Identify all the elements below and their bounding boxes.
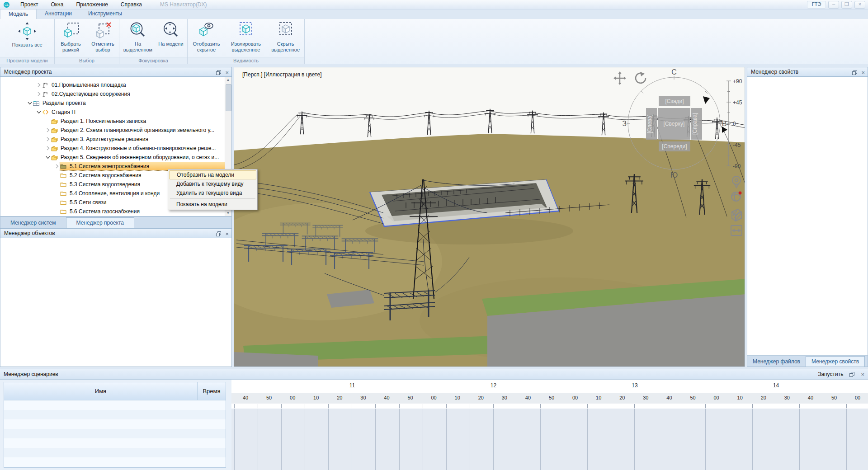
- float-panel-icon[interactable]: [852, 70, 857, 75]
- timeline-minute-label: 40: [808, 395, 813, 400]
- tab-properties-manager[interactable]: Менеджер свойств: [806, 356, 865, 367]
- context-menu-item[interactable]: Отобразить на модели: [169, 170, 256, 179]
- tab-project-manager[interactable]: Менеджер проекта: [66, 217, 135, 228]
- compass-north[interactable]: С: [671, 68, 677, 76]
- orbit-globe-icon[interactable]: [731, 192, 741, 201]
- float-panel-icon[interactable]: [849, 372, 854, 377]
- float-panel-icon[interactable]: [216, 70, 221, 75]
- close-panel-icon[interactable]: ×: [861, 70, 865, 75]
- gte-button[interactable]: ГТЭ: [807, 1, 826, 9]
- timeline-gridline: [682, 409, 682, 470]
- menu-project[interactable]: Проект: [14, 0, 45, 9]
- hide-selected-button[interactable]: Скрыть выделенное: [267, 21, 304, 53]
- run-scenario-button[interactable]: Запустить: [818, 369, 843, 379]
- tree-item[interactable]: Раздел 4. Конструктивные и объемно-плани…: [0, 144, 231, 153]
- timeline-gridline: [540, 409, 541, 470]
- column-header-name[interactable]: Имя: [4, 382, 198, 400]
- expander-closed-icon[interactable]: [36, 91, 42, 97]
- properties-panel-body: [747, 77, 868, 355]
- view-compass[interactable]: С Ю З В [Сзади] [Сверху] [Слева] [Справа…: [620, 68, 728, 181]
- cancel-selection-button[interactable]: Отменить выбор: [87, 21, 119, 53]
- tilt-slider-icon[interactable]: [722, 127, 727, 133]
- look-around-icon[interactable]: [732, 176, 741, 188]
- tilt-minus45: -45: [733, 142, 741, 148]
- timeline-gridline: [776, 409, 776, 470]
- tree-item[interactable]: Раздел 2. Схема планировочной организаци…: [0, 126, 231, 135]
- close-panel-icon[interactable]: ×: [225, 70, 229, 75]
- tilt-scale[interactable]: +90 +45 0 -45 -90: [722, 74, 745, 182]
- show-all-button[interactable]: Показать все: [1, 21, 53, 48]
- compass-marker-icon[interactable]: [703, 96, 710, 104]
- expander-open-icon[interactable]: [45, 155, 51, 160]
- tree-item-label: 5.4 Отопление, вентиляция и конди: [70, 190, 160, 197]
- expander-closed-icon[interactable]: [45, 146, 51, 151]
- tab-systems-manager[interactable]: Менеджер систем: [0, 218, 66, 228]
- expander-open-icon[interactable]: [36, 109, 42, 115]
- walk-pan-icon[interactable]: [731, 226, 742, 235]
- context-menu-item[interactable]: Добавить к текущему виду: [169, 179, 256, 188]
- restore-button[interactable]: ❐: [841, 1, 852, 9]
- timeline-gridline: [752, 409, 753, 470]
- expander-closed-icon[interactable]: [45, 136, 51, 142]
- timeline-tick: [540, 404, 541, 408]
- float-panel-icon[interactable]: [216, 231, 221, 236]
- scenario-table[interactable]: Имя Время: [4, 382, 226, 468]
- menu-help[interactable]: Справка: [114, 0, 148, 9]
- close-button[interactable]: ×: [854, 1, 865, 9]
- timeline[interactable]: 11121314 4050001020304050001020304050001…: [231, 380, 868, 470]
- timeline-minute-label: 10: [455, 395, 460, 400]
- tab-tools[interactable]: Инструменты: [80, 9, 130, 19]
- expander-open-icon[interactable]: [27, 100, 33, 106]
- timeline-gridline: [446, 409, 447, 470]
- column-header-time[interactable]: Время: [198, 382, 226, 400]
- tree-item[interactable]: Раздел 1. Пояснительная записка: [0, 117, 231, 126]
- menu-windows[interactable]: Окна: [45, 0, 70, 9]
- timeline-minute-label: 50: [266, 395, 272, 400]
- isolate-selected-button[interactable]: Изолировать выделенное: [225, 21, 267, 53]
- timeline-minute-label: 00: [431, 395, 437, 400]
- scroll-down-icon[interactable]: ▼: [225, 210, 231, 216]
- expander-closed-icon[interactable]: [54, 164, 60, 169]
- scroll-thumb[interactable]: [226, 84, 231, 111]
- close-panel-icon[interactable]: ×: [225, 231, 229, 236]
- tree-item[interactable]: Раздел 3. Архитектурные решения: [0, 135, 231, 144]
- tree-item[interactable]: 02.Существующие сооружения: [0, 89, 231, 99]
- projection-cube-icon[interactable]: [732, 209, 741, 221]
- timeline-gridline: [399, 409, 400, 470]
- compass-south[interactable]: Ю: [670, 171, 678, 179]
- tab-annotations[interactable]: Аннотации: [37, 9, 80, 19]
- tree-item[interactable]: Стадия П: [0, 108, 231, 117]
- zoom-selected-icon: [128, 21, 147, 40]
- objects-panel-title: Менеджер объектов: [4, 230, 55, 236]
- scroll-up-icon[interactable]: ▲: [225, 77, 231, 83]
- hide-selected-icon: [276, 21, 295, 40]
- focus-selected-button[interactable]: На выделенном: [120, 21, 156, 53]
- focus-model-button[interactable]: На модели: [156, 21, 186, 47]
- compass-west[interactable]: З: [622, 120, 627, 127]
- show-hidden-button[interactable]: Отобразить скрытое: [188, 21, 225, 53]
- tab-model[interactable]: Модель: [0, 9, 37, 19]
- tree-item[interactable]: 01.Промышленная площадка: [0, 80, 231, 89]
- group-label-focus: Фокусировка: [119, 57, 187, 64]
- menu-application[interactable]: Приложение: [70, 0, 114, 9]
- viewport-3d[interactable]: [Персп.] [Иллюстрация в цвете]: [234, 67, 745, 367]
- context-menu-item[interactable]: Показать на модели: [169, 200, 256, 209]
- timeline-gridline: [234, 409, 235, 470]
- select-frame-icon: [61, 21, 80, 40]
- tab-files-manager[interactable]: Менеджер файлов: [747, 357, 806, 367]
- minimize-button[interactable]: –: [828, 1, 839, 9]
- properties-panel-header: Менеджер свойств ×: [747, 67, 868, 77]
- tree-item[interactable]: Разделы проекта: [0, 99, 231, 108]
- close-panel-icon[interactable]: ×: [861, 372, 864, 377]
- expander-closed-icon[interactable]: [45, 127, 51, 133]
- timeline-minute-label: 40: [666, 395, 672, 400]
- timeline-gridline: [705, 409, 706, 470]
- tree-item-label: 02.Существующие сооружения: [52, 91, 130, 97]
- select-frame-button[interactable]: Выбрать рамкой: [55, 21, 87, 53]
- context-menu-item[interactable]: Удалить из текущего вида: [169, 188, 256, 197]
- timeline-minute-label: 30: [643, 395, 648, 400]
- timeline-minute-label: 50: [549, 395, 554, 400]
- expander-closed-icon[interactable]: [36, 82, 42, 88]
- timeline-gridline: [352, 409, 352, 470]
- tree-item[interactable]: Раздел 5. Сведения об инженерном оборудо…: [0, 153, 231, 162]
